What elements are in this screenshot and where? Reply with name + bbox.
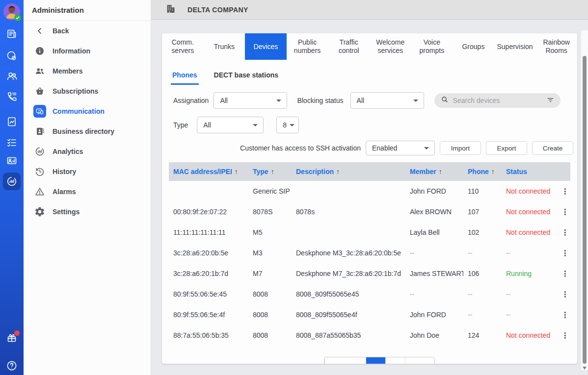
gifts-icon[interactable] (6, 332, 18, 344)
scrollbar-down-arrow[interactable] (583, 367, 587, 370)
kebab-menu-icon[interactable]: ⋮ (561, 331, 569, 340)
news-icon[interactable] (6, 28, 18, 40)
tab[interactable]: Traffic control (328, 33, 370, 60)
kebab-menu-icon[interactable]: ⋮ (561, 249, 569, 257)
presentation-icon[interactable] (6, 155, 18, 167)
company-header: DELTA COMPANY (151, 0, 588, 20)
search-input[interactable] (453, 97, 546, 104)
tab-bar: Comm. servers Trunks Devices Public numb… (162, 33, 577, 60)
pagination-item[interactable]: 1 (366, 357, 385, 364)
subtab-label: DECT base stations (214, 71, 278, 79)
notification-dot (14, 330, 20, 336)
pagination-label: Previous (333, 362, 358, 364)
pagination-item[interactable]: Next (405, 357, 434, 364)
cell-type: M5 (248, 228, 292, 236)
assignation-select[interactable]: All (214, 92, 287, 109)
column-member[interactable]: Member↑ (405, 168, 463, 175)
cell-type: 8008 (248, 331, 292, 339)
column-type[interactable]: Type↑ (248, 168, 292, 175)
tab[interactable]: Voice prompts (411, 33, 453, 60)
table-row[interactable]: 88:7a:55:06:5b:35 8008 8008_887a55065b35… (169, 325, 570, 346)
subtab[interactable]: Phones (171, 71, 199, 85)
cell-type: M3 (248, 249, 292, 257)
table-row[interactable]: Generic SIP John FORD 110 Not connected … (169, 181, 570, 201)
tab[interactable]: Public numbers (287, 33, 328, 60)
analytics-rail-icon[interactable] (6, 175, 18, 187)
kebab-menu-icon[interactable]: ⋮ (561, 208, 569, 216)
pagination-item[interactable]: Previous (324, 357, 366, 364)
table-header: MAC address/IPEI↑ Type↑ Description↑ Mem… (169, 162, 570, 181)
pagination-label: 1 (374, 362, 377, 364)
scrollbar[interactable] (581, 30, 588, 370)
kebab-menu-icon[interactable]: ⋮ (561, 311, 569, 319)
cell-type: 8008 (248, 311, 292, 319)
building-icon (165, 3, 176, 16)
pagination-label: Next (413, 362, 427, 364)
sidebar-item-communication[interactable]: Communication (24, 101, 151, 121)
sidebar-item-alarms[interactable]: Alarms (24, 181, 151, 201)
table-row[interactable]: 00:80:9f:2e:07:22 8078S 8078s Alex BROWN… (169, 201, 570, 222)
tab[interactable]: Groups (453, 33, 494, 60)
table-row[interactable]: 80:9f:55:06:5e:4f 8008 8008_809f55065e4f… (169, 304, 570, 325)
type-select[interactable]: All (197, 117, 264, 133)
cell-phone: -- (463, 290, 502, 298)
tab[interactable]: Supervision (494, 33, 536, 60)
kebab-menu-icon[interactable]: ⋮ (561, 270, 569, 278)
document-chart-icon[interactable] (6, 116, 18, 127)
tab[interactable]: Trunks (204, 33, 245, 60)
cell-phone: 106 (463, 270, 502, 277)
kebab-menu-icon[interactable]: ⋮ (561, 290, 569, 299)
help-icon[interactable] (6, 360, 18, 372)
members-icon (33, 65, 46, 77)
sidebar-item-history[interactable]: History (24, 161, 151, 181)
ssh-access-select[interactable]: Enabled (366, 141, 435, 155)
import-button[interactable]: Import (440, 141, 481, 155)
main-content: Comm. servers Trunks Devices Public numb… (151, 20, 588, 375)
export-button[interactable]: Export (486, 141, 527, 155)
column-status[interactable]: Status (502, 168, 560, 175)
chevron-down-icon (424, 147, 429, 150)
column-mac[interactable]: MAC address/IPEI↑ (169, 168, 248, 175)
sidebar-item-members[interactable]: Members (24, 61, 151, 81)
pagination-label: 2 (394, 362, 397, 364)
sort-asc-icon: ↑ (439, 168, 442, 175)
sidebar-item-back[interactable]: Back (24, 21, 151, 41)
search-box[interactable] (434, 93, 561, 108)
subtab[interactable]: DECT base stations (213, 71, 280, 85)
tasks-checklist-icon[interactable] (6, 137, 18, 149)
sort-asc-icon: ↑ (336, 168, 340, 175)
table-row[interactable]: 80:9f:55:06:5e:45 8008 8008_809f55065e45… (169, 284, 570, 304)
avatar[interactable] (3, 3, 20, 20)
pagination-item[interactable]: 2 (385, 357, 405, 364)
sidebar-item-analytics[interactable]: Analytics (24, 141, 151, 161)
dial-icon[interactable] (6, 50, 18, 62)
table-row[interactable]: 11:11:11:11:11:11 M5 Layla Bell 102 Not … (169, 222, 570, 243)
kebab-menu-icon[interactable]: ⋮ (561, 187, 569, 196)
column-description[interactable]: Description↑ (292, 168, 405, 175)
tab-label: Rainbow Rooms (537, 38, 575, 55)
page-size-select[interactable]: 8 (276, 117, 299, 133)
table-row[interactable]: 3c:28:a6:20:1b:7d M7 Deskphone M7_3c:28:… (169, 263, 570, 284)
kebab-menu-icon[interactable]: ⋮ (561, 228, 569, 237)
create-button[interactable]: Create (532, 141, 573, 155)
table-row[interactable]: 3c:28:a6:20:0b:5e M3 Deskphone M3_3c:28:… (169, 243, 570, 263)
cell-menu: ⋮ (560, 331, 570, 340)
column-phone[interactable]: Phone↑ (463, 168, 502, 175)
sidebar-item-business-directory[interactable]: Business directory (24, 121, 151, 141)
search-icon (441, 96, 449, 105)
sidebar-item-settings[interactable]: Settings (24, 201, 151, 222)
tab[interactable]: Devices (245, 33, 287, 60)
blocking-status-select[interactable]: All (350, 92, 424, 109)
sidebar-item-subscriptions[interactable]: Subscriptions (24, 81, 151, 101)
tab[interactable]: Rainbow Rooms (535, 33, 577, 60)
tab[interactable]: Welcome services (370, 33, 411, 60)
cell-type: Generic SIP (248, 187, 292, 195)
phone-log-icon[interactable] (6, 91, 18, 102)
scrollbar-thumb[interactable] (583, 56, 587, 364)
tab[interactable]: Comm. servers (162, 33, 204, 60)
cell-status: -- (502, 290, 560, 298)
chevron-down-icon (290, 124, 294, 126)
sidebar-item-information[interactable]: Information (24, 41, 151, 61)
filter-icon[interactable] (546, 96, 555, 106)
members-rail-icon[interactable] (6, 70, 18, 82)
